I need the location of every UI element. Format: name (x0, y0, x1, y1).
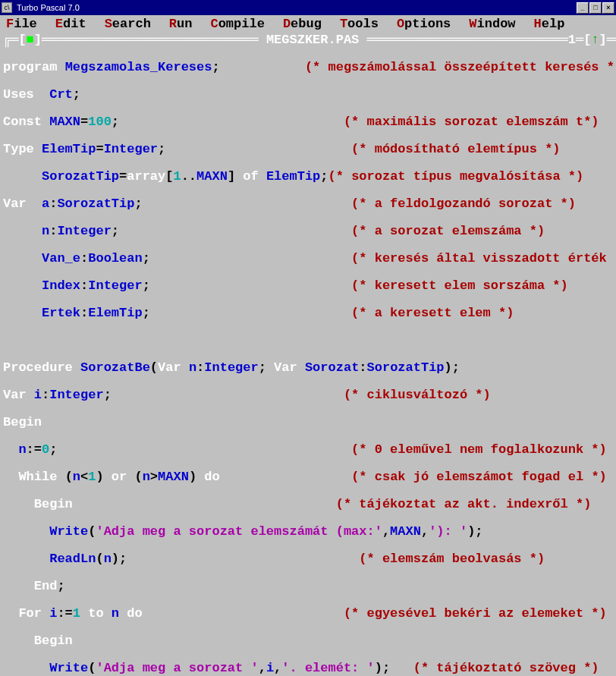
menu-run[interactable]: Run (169, 17, 193, 31)
window-title: Turbo Pascal 7.0 (17, 3, 80, 12)
close-button[interactable]: × (602, 2, 614, 14)
menu-options[interactable]: Options (397, 17, 451, 31)
app-icon: c\ (2, 2, 12, 13)
filename: MEGSZKER.PAS (266, 33, 359, 47)
minimize-button[interactable]: _ (577, 2, 589, 14)
menu-window[interactable]: Window (469, 17, 515, 31)
window-frame-top: ╔═[■]════════════════════════════ MEGSZK… (0, 32, 616, 47)
line-number: 1 (568, 33, 576, 47)
menu-tools[interactable]: Tools (340, 17, 379, 31)
menu-search[interactable]: Search (105, 17, 151, 31)
menu-file[interactable]: File (6, 17, 37, 31)
menu-compile[interactable]: Compile (210, 17, 264, 31)
window-titlebar: c\ Turbo Pascal 7.0 _ □ × (0, 0, 616, 15)
menu-debug[interactable]: Debug (283, 17, 322, 31)
maximize-button[interactable]: □ (589, 2, 602, 14)
code-editor[interactable]: program Megszamolas_Kereses; (* megszámo… (0, 47, 616, 676)
menu-help[interactable]: Help (534, 17, 565, 31)
menu-bar: File Edit Search Run Compile Debug Tools… (0, 15, 616, 32)
menu-edit[interactable]: Edit (55, 17, 86, 31)
